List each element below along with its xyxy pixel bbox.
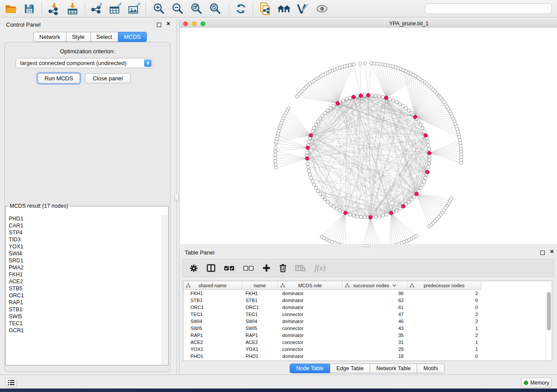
import-network-button[interactable] xyxy=(46,2,61,15)
network-node[interactable] xyxy=(273,153,277,156)
network-node[interactable] xyxy=(326,109,329,112)
delete-column-button[interactable] xyxy=(279,264,287,272)
network-node[interactable] xyxy=(295,95,299,98)
network-canvas[interactable] xyxy=(180,28,557,244)
network-node[interactable] xyxy=(352,214,356,217)
network-node[interactable] xyxy=(323,111,327,115)
network-node[interactable] xyxy=(374,215,377,219)
network-node[interactable] xyxy=(363,216,367,219)
network-node[interactable] xyxy=(363,93,367,97)
network-node[interactable] xyxy=(370,62,374,65)
network-node[interactable] xyxy=(370,93,374,97)
network-node[interactable] xyxy=(398,102,402,106)
add-column-button[interactable] xyxy=(263,264,270,272)
mcds-hub-node[interactable] xyxy=(426,170,429,174)
network-node[interactable] xyxy=(419,186,422,190)
network-node[interactable] xyxy=(349,213,352,217)
network-node[interactable] xyxy=(321,195,324,199)
column-header-successor-nodes[interactable]: successor nodes xyxy=(343,281,407,290)
network-node[interactable] xyxy=(374,94,377,97)
network-node[interactable] xyxy=(314,123,318,127)
network-node[interactable] xyxy=(352,63,356,66)
network-node[interactable] xyxy=(377,94,381,98)
tab-style[interactable]: Style xyxy=(66,32,91,42)
zoom-selected-button[interactable] xyxy=(208,2,223,15)
network-node[interactable] xyxy=(273,156,277,160)
table-row[interactable]: SWI5SWI5connector431 xyxy=(183,325,545,332)
table-row[interactable]: FKH1FKH1dominator962 xyxy=(183,290,545,297)
network-node[interactable] xyxy=(308,173,312,176)
splitter-grip[interactable] xyxy=(363,244,370,247)
criterion-dropdown[interactable]: largest connected component (undirected) xyxy=(16,58,153,68)
network-node[interactable] xyxy=(274,166,278,169)
mcds-result-item[interactable]: PHD1 xyxy=(6,215,162,222)
network-node[interactable] xyxy=(395,100,398,104)
refresh-button[interactable] xyxy=(234,2,249,15)
zoom-fit-button[interactable] xyxy=(189,2,204,15)
scrollbar-thumb[interactable] xyxy=(547,292,551,330)
network-node[interactable] xyxy=(427,165,430,169)
show-columns-button[interactable] xyxy=(207,264,215,272)
delete-table-button[interactable] xyxy=(295,265,306,272)
network-node[interactable] xyxy=(336,242,339,244)
network-node[interactable] xyxy=(316,120,320,124)
table-settings-button[interactable] xyxy=(190,264,198,272)
mcds-hub-node[interactable] xyxy=(305,157,309,161)
network-node[interactable] xyxy=(427,147,431,151)
network-node[interactable] xyxy=(356,215,359,218)
maximize-window-icon[interactable] xyxy=(201,21,205,26)
network-node[interactable] xyxy=(405,107,408,110)
table-row[interactable]: TEC1TEC1connector472 xyxy=(183,311,545,318)
tab-network[interactable]: Network xyxy=(33,32,66,42)
network-node[interactable] xyxy=(392,99,395,103)
table-row[interactable]: SWI4SWI4dominator462 xyxy=(183,318,545,325)
network-node[interactable] xyxy=(395,209,398,212)
network-node[interactable] xyxy=(316,189,320,193)
mcds-hub-node[interactable] xyxy=(424,134,428,138)
close-mcds-panel-button[interactable]: Close panel xyxy=(85,73,131,83)
tab-motifs[interactable]: Motifs xyxy=(417,364,444,373)
network-node[interactable] xyxy=(311,180,315,183)
table-row[interactable]: YOX1YOX1connector291 xyxy=(183,346,545,353)
mcds-hub-node[interactable] xyxy=(413,115,417,119)
run-mcds-button[interactable]: Run MCDS xyxy=(38,73,80,83)
mcds-result-item[interactable]: ACE2 xyxy=(6,278,162,285)
table-row[interactable]: STB1STB1dominator620 xyxy=(183,297,545,304)
network-node[interactable] xyxy=(318,193,322,196)
mcds-hub-node[interactable] xyxy=(306,146,310,150)
memory-button[interactable]: Memory xyxy=(521,378,552,388)
mcds-result-item[interactable]: TEC1 xyxy=(6,320,162,327)
hide-eye-button[interactable] xyxy=(315,2,329,15)
mcds-hub-node[interactable] xyxy=(369,216,373,220)
mcds-hub-node[interactable] xyxy=(336,101,340,105)
mcds-result-item[interactable]: TID3 xyxy=(6,236,162,243)
mcds-result-item[interactable]: STB1 xyxy=(6,306,162,313)
network-node[interactable] xyxy=(401,69,405,72)
zoom-out-button[interactable] xyxy=(170,2,185,15)
network-node[interactable] xyxy=(424,176,427,180)
mcds-list-scrollbar[interactable] xyxy=(162,215,168,364)
mcds-hub-node[interactable] xyxy=(415,192,419,196)
network-node[interactable] xyxy=(363,62,367,65)
network-node[interactable] xyxy=(309,176,313,180)
network-node[interactable] xyxy=(275,140,278,144)
network-node[interactable] xyxy=(427,144,430,147)
mcds-result-item[interactable]: YOX1 xyxy=(6,243,162,250)
network-titlebar[interactable]: YPA_prune.txt_1 xyxy=(180,19,557,28)
network-node[interactable] xyxy=(398,207,402,210)
mcds-result-item[interactable]: STB5 xyxy=(6,285,162,292)
network-node[interactable] xyxy=(314,186,318,190)
tab-select[interactable]: Select xyxy=(90,32,118,42)
minimize-window-icon[interactable] xyxy=(192,21,197,26)
network-node[interactable] xyxy=(323,198,327,201)
column-header-MCDS-role[interactable]: MCDS role xyxy=(278,281,343,290)
float-panel-icon[interactable] xyxy=(157,23,161,27)
vertical-splitter[interactable] xyxy=(174,19,179,375)
table-row[interactable]: RAP1RAP1dominator352 xyxy=(183,332,545,339)
close-window-icon[interactable] xyxy=(183,21,188,26)
mcds-result-item[interactable]: GCR1 xyxy=(6,327,162,334)
network-node[interactable] xyxy=(419,123,422,127)
mcds-hub-node[interactable] xyxy=(401,204,405,208)
close-panel-icon[interactable]: × xyxy=(550,248,554,254)
network-node[interactable] xyxy=(458,138,462,142)
